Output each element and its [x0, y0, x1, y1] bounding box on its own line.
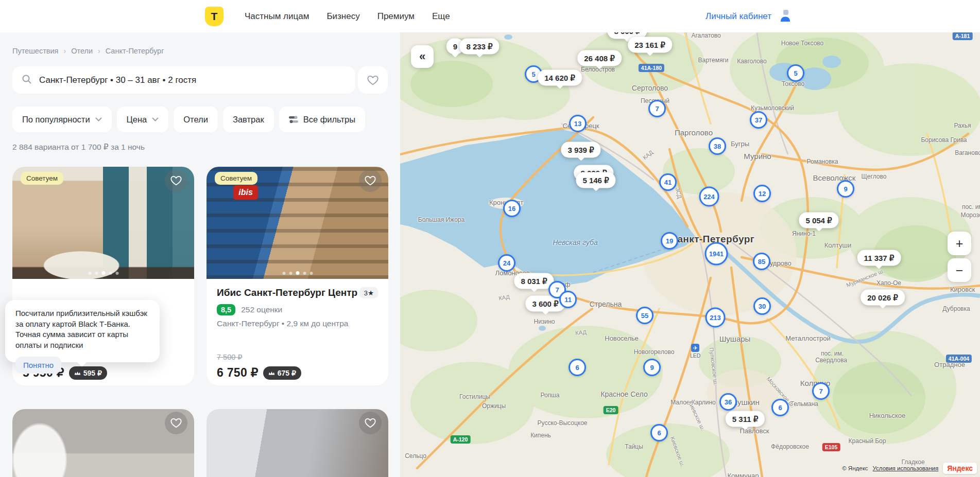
- hotel-photo[interactable]: [207, 409, 388, 477]
- map-cluster-marker[interactable]: 55: [636, 307, 654, 324]
- hotel-title[interactable]: Ибис Санкт-Петербург Центр: [217, 287, 357, 298]
- map-price-pin[interactable]: 5 146 ₽: [576, 172, 615, 188]
- city-label: Парголово: [675, 128, 713, 137]
- hotel-photo[interactable]: [12, 409, 194, 477]
- hotel-card[interactable]: [12, 409, 194, 477]
- breadcrumb-hotels[interactable]: Отели: [71, 47, 93, 55]
- map-cluster-marker[interactable]: 37: [750, 111, 767, 129]
- map-price-pin[interactable]: 14 620 ₽: [538, 70, 582, 86]
- collapse-panel-button[interactable]: «: [411, 45, 434, 68]
- zoom-out-button[interactable]: −: [948, 258, 971, 282]
- photo-carousel-dots[interactable]: [88, 271, 118, 275]
- map-cluster-marker[interactable]: 6: [771, 399, 789, 416]
- city-label: Коммунар: [728, 472, 759, 477]
- map-cluster-marker[interactable]: 36: [719, 393, 737, 411]
- map-price-pin[interactable]: 23 161 ₽: [628, 37, 672, 53]
- map-cluster-marker[interactable]: 7: [812, 382, 830, 400]
- filter-sort-chip[interactable]: По популярности: [12, 107, 112, 132]
- filter-sort-label: По популярности: [22, 115, 90, 125]
- road-label: ЗСД: [675, 187, 683, 199]
- map-cluster-marker[interactable]: 7: [648, 100, 666, 117]
- search-icon: [22, 74, 32, 86]
- city-label: Бугры: [731, 140, 749, 148]
- map-cluster-marker[interactable]: 6: [650, 424, 668, 441]
- map-price-pin[interactable]: 8 031 ₽: [514, 273, 554, 289]
- like-button[interactable]: [165, 412, 187, 434]
- city-label: Большая Ижора: [418, 216, 465, 223]
- hotel-photo[interactable]: ibis Советуем: [207, 167, 388, 279]
- like-button[interactable]: [359, 412, 382, 434]
- yandex-logo[interactable]: Яндекс: [943, 463, 977, 474]
- map-cluster-marker[interactable]: 9: [643, 359, 661, 376]
- search-input[interactable]: Санкт-Петербург • 30 – 31 авг • 2 гостя: [12, 66, 355, 94]
- breadcrumb-travel[interactable]: Путешествия: [12, 47, 58, 55]
- map-cluster-marker[interactable]: 224: [699, 187, 719, 207]
- map-cluster-marker[interactable]: 6: [569, 359, 586, 376]
- hotel-card[interactable]: ibis Советуем Ибис Санкт-Петербург Центр…: [207, 167, 388, 385]
- chevron-down-icon: [152, 117, 159, 121]
- map-cluster-marker[interactable]: 38: [709, 137, 726, 155]
- map-cluster-marker[interactable]: 213: [706, 308, 726, 328]
- search-query-text: Санкт-Петербург • 30 – 31 авг • 2 гостя: [39, 75, 196, 85]
- map-price-pin[interactable]: 5 311 ₽: [726, 411, 765, 427]
- nav-item-business[interactable]: Бизнесу: [326, 11, 359, 22]
- map-cluster-marker[interactable]: 16: [503, 200, 521, 217]
- rating-badge: 8,5: [217, 304, 235, 315]
- filter-breakfast-chip[interactable]: Завтрак: [223, 107, 274, 132]
- map-cluster-marker[interactable]: 19: [661, 232, 678, 250]
- map-cluster-marker[interactable]: 12: [753, 185, 771, 202]
- map-price-pin[interactable]: 3 939 ₽: [561, 142, 600, 158]
- map-cluster-marker[interactable]: 85: [753, 253, 770, 270]
- sliders-icon: [289, 116, 298, 123]
- tbank-logo[interactable]: Т: [205, 7, 223, 26]
- map-cluster-marker[interactable]: 11: [559, 291, 577, 308]
- breadcrumb-city: Санкт-Петербург: [106, 47, 164, 55]
- yandex-map[interactable]: БелоостровСестрорецкПесочныйСертоловоАга…: [400, 32, 980, 477]
- reviews-count[interactable]: 252 оценки: [241, 305, 282, 314]
- tooltip-ok-button[interactable]: Понятно: [15, 357, 61, 374]
- favorites-button[interactable]: [358, 66, 388, 94]
- filter-hotels-chip[interactable]: Отели: [174, 107, 218, 132]
- personal-account-link[interactable]: Личный кабинет: [706, 11, 771, 22]
- breadcrumb: Путешествия › Отели › Санкт-Петербург: [12, 47, 164, 55]
- chevron-right-icon: ›: [63, 47, 66, 55]
- filter-price-chip[interactable]: Цена: [117, 107, 169, 132]
- map-price-pin[interactable]: 26 408 ₽: [577, 50, 622, 66]
- map-price-pin[interactable]: 5 054 ₽: [799, 213, 838, 228]
- filter-all-label: Все фильтры: [303, 115, 355, 125]
- terms-link[interactable]: Условия использования: [873, 465, 939, 471]
- like-button[interactable]: [165, 169, 187, 192]
- photo-carousel-dots[interactable]: [282, 271, 313, 275]
- hotel-card[interactable]: [207, 409, 388, 477]
- map-cluster-marker[interactable]: 24: [498, 254, 515, 272]
- zoom-in-button[interactable]: +: [948, 232, 971, 255]
- road-label: КАД: [575, 329, 587, 336]
- map-price-pin[interactable]: 8 233 ₽: [459, 39, 499, 55]
- recommended-badge: Советуем: [215, 172, 257, 185]
- map-price-pin[interactable]: 20 026 ₽: [861, 290, 905, 306]
- user-avatar-icon[interactable]: [779, 9, 792, 24]
- map-price-pin[interactable]: 11 337 ₽: [857, 250, 901, 266]
- map-cluster-marker[interactable]: 41: [659, 173, 677, 191]
- heart-icon: [170, 175, 182, 186]
- hotel-photo[interactable]: Советуем: [12, 167, 194, 279]
- filter-all-chip[interactable]: Все фильтры: [279, 107, 365, 132]
- map-cluster-marker[interactable]: 13: [569, 115, 587, 132]
- city-label: Низино: [534, 318, 555, 325]
- city-label: Колтуши: [824, 241, 851, 249]
- main-nav: Частным лицам Бизнесу Премиум Еще: [245, 0, 450, 32]
- map-cluster-marker[interactable]: 1941: [705, 242, 728, 266]
- road-number-badge: А-181: [953, 32, 973, 40]
- cashback-amount: 675 ₽: [278, 369, 296, 377]
- heart-icon: [367, 75, 379, 85]
- map-cluster-marker[interactable]: 9: [837, 180, 854, 198]
- city-label: Оржицы: [482, 402, 506, 410]
- nav-item-more[interactable]: Еще: [432, 11, 450, 22]
- nav-item-private[interactable]: Частным лицам: [245, 11, 309, 22]
- road-label: Пулковское ш.: [709, 347, 719, 386]
- like-button[interactable]: [359, 169, 382, 192]
- nav-item-premium[interactable]: Премиум: [377, 11, 415, 22]
- filter-hotels-label: Отели: [183, 115, 208, 125]
- map-cluster-marker[interactable]: 30: [753, 297, 771, 315]
- map-cluster-marker[interactable]: 5: [787, 64, 804, 82]
